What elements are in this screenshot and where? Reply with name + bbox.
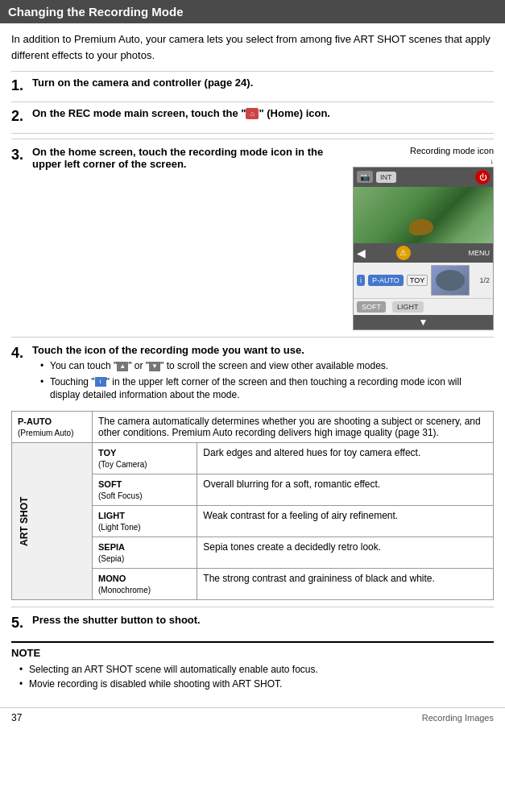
soft-mode-name: SOFT (Soft Focus) <box>93 474 197 506</box>
step-3-text-area: 3. On the home screen, touch the recordi… <box>11 146 353 330</box>
step-4: 4. Touch the icon of the recording mode … <box>11 344 494 404</box>
note-list: Selecting an ART SHOT scene will automat… <box>11 662 494 691</box>
soft-button: SOFT <box>357 301 386 313</box>
page-header-title: Changing the Recording Mode <box>8 5 184 19</box>
camera-soft-light-row: SOFT LIGHT <box>354 298 493 315</box>
toy-desc: Dark edges and altered hues for toy came… <box>197 443 494 474</box>
page-footer: 37 Recording Images <box>0 707 505 727</box>
pauto-row: P-AUTO (Premium Auto) The camera automat… <box>12 412 494 443</box>
artshot-modes-row: ART SHOT TOY (Toy Camera) Dark edges and… <box>12 443 494 474</box>
note-item-1: Selecting an ART SHOT scene will automat… <box>19 662 494 677</box>
divider-2 <box>11 102 494 102</box>
camera-main-image <box>354 187 493 243</box>
camera-nav-bar: ◀ ⚠ MENU <box>354 243 493 263</box>
step-5-content: Press the shutter button to shoot. <box>32 614 494 626</box>
step-5-text: Press the shutter button to shoot. <box>32 614 201 626</box>
menu-label: MENU <box>468 249 490 257</box>
camera-ui-mockup: 📷 INT ⏻ ◀ ⚠ MENU <box>353 167 494 330</box>
duck-silhouette <box>409 219 433 235</box>
toy-label: TOY <box>407 275 428 286</box>
step-4-bullet-1: You can touch "▲" or "▼" to scroll the s… <box>40 359 494 373</box>
camera-top-bar: 📷 INT ⏻ <box>354 168 493 187</box>
pauto-button: P-AUTO <box>368 275 404 286</box>
step-2: 2. On the REC mode main screen, touch th… <box>11 107 494 126</box>
step-2-text: On the REC mode main screen, touch the "… <box>32 107 330 119</box>
note-section: NOTE Selecting an ART SHOT scene will au… <box>11 641 494 691</box>
down-arrow-icon: ▼ <box>419 317 428 328</box>
divider-3 <box>11 133 494 134</box>
divider-1 <box>11 71 494 72</box>
footer-label: Recording Images <box>422 713 494 723</box>
step-4-bullet-2: Touching "i" in the upper left corner of… <box>40 375 494 403</box>
step-1-content: Turn on the camera and controller (page … <box>32 77 494 89</box>
step-3-wrapper: 3. On the home screen, touch the recordi… <box>11 139 494 330</box>
camera-mode-icon: 📷 <box>357 171 373 183</box>
mono-desc: The strong contrast and graininess of bl… <box>197 569 494 600</box>
step-2-content: On the REC mode main screen, touch the "… <box>32 107 494 120</box>
step-1-number: 1. <box>11 77 29 95</box>
pauto-mode-name: P-AUTO (Premium Auto) <box>12 412 93 443</box>
toy-preview-image <box>431 265 470 296</box>
power-icon: ⏻ <box>475 170 490 184</box>
mode-table: P-AUTO (Premium Auto) The camera automat… <box>11 411 494 600</box>
step-5-number: 5. <box>11 614 29 632</box>
note-item-2: Movie recording is disabled while shooti… <box>19 677 494 691</box>
main-content: In addition to Premium Auto, your camera… <box>0 23 505 707</box>
step-3-text: On the home screen, touch the recording … <box>32 146 323 170</box>
light-button: LIGHT <box>392 301 424 313</box>
step-4-content: Touch the icon of the recording mode you… <box>32 344 494 404</box>
recording-mode-annotation: Recording mode icon ↓ <box>353 146 494 165</box>
pauto-desc: The camera automatically determines whet… <box>93 412 494 443</box>
light-desc: Weak contrast for a feeling of airy refi… <box>197 506 494 537</box>
note-label: NOTE <box>11 647 494 659</box>
step-1: 1. Turn on the camera and controller (pa… <box>11 77 494 95</box>
intro-text: In addition to Premium Auto, your camera… <box>11 31 494 63</box>
sepia-mode-name: SEPIA (Sepia) <box>93 537 197 569</box>
int-label: INT <box>376 172 396 183</box>
step-4-bullets: You can touch "▲" or "▼" to scroll the s… <box>32 359 494 402</box>
mono-mode-name: MONO (Monochrome) <box>93 569 197 600</box>
camera-bottom-arrow: ▼ <box>354 315 493 329</box>
step-4-number: 4. <box>11 344 29 362</box>
camera-mode-row: i P-AUTO TOY 1/2 <box>354 263 493 298</box>
page-indicator: 1/2 <box>479 276 490 284</box>
step-3-number: 3. <box>11 146 29 164</box>
step-2-number: 2. <box>11 107 29 126</box>
page-number: 37 <box>11 712 22 723</box>
step-4-wrapper: 4. Touch the icon of the recording mode … <box>11 337 494 600</box>
light-mode-name: LIGHT (Light Tone) <box>93 506 197 537</box>
info-icon: i <box>357 275 365 286</box>
step-5-wrapper: 5. Press the shutter button to shoot. <box>11 607 494 632</box>
warning-icon: ⚠ <box>396 246 411 260</box>
step-1-text: Turn on the camera and controller (page … <box>32 77 253 89</box>
step-3: 3. On the home screen, touch the recordi… <box>11 146 345 170</box>
soft-desc: Overall blurring for a soft, romantic ef… <box>197 474 494 506</box>
artshot-label: ART SHOT <box>12 443 93 600</box>
toy-mode-name: TOY (Toy Camera) <box>93 443 197 474</box>
sepia-desc: Sepia tones create a decidedly retro loo… <box>197 537 494 569</box>
step-4-text: Touch the icon of the recording mode you… <box>32 344 304 356</box>
step-3-content: On the home screen, touch the recording … <box>32 146 345 170</box>
left-arrow-icon: ◀ <box>357 246 366 259</box>
step-5: 5. Press the shutter button to shoot. <box>11 614 494 632</box>
page-header: Changing the Recording Mode <box>0 0 505 23</box>
step-3-image-area: Recording mode icon ↓ 📷 INT ⏻ <box>353 146 494 330</box>
